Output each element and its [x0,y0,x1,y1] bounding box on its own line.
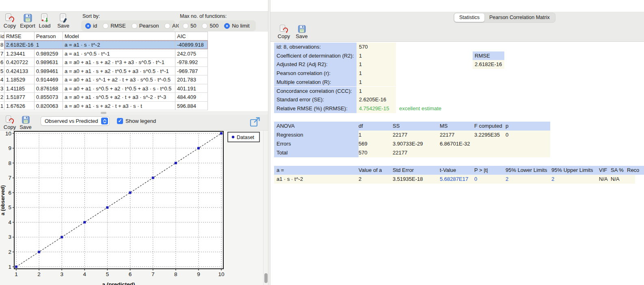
cell-id: 2 [0,93,4,101]
panel-splitter[interactable] [0,111,268,115]
coef-header: 95% Upper Limits [551,166,599,175]
cell-pearson: 0.876168 [35,84,63,93]
stat-row: Coefficient of determination (R2): 1 RMS… [274,51,644,60]
max-radio-no-limit[interactable]: No limit [224,23,249,29]
load-button[interactable]: Load [35,13,54,28]
svg-text:2: 2 [8,249,11,255]
cell-rmse: 0.420722 [4,58,35,66]
cell-rmse: 2.6182E-16 [4,41,35,49]
coef-p: 0 [474,175,506,184]
coef-value: 2 [359,175,393,184]
left-scrollbar[interactable] [263,131,268,285]
cell-pearson: 0.914469 [35,75,63,84]
sort-radio-id[interactable]: id [85,23,97,29]
anova-row: Total 570 22177 [274,148,550,157]
radio-selected-icon [85,23,91,29]
stats-toolbar: Statistics Pearson Correlation Matrix Co… [270,12,644,42]
max-option-label: No limit [232,23,249,29]
col-header-id[interactable]: id [0,32,4,40]
save-button[interactable]: Save [54,13,73,28]
table-row[interactable]: 7 1.23441 0.989259 a = a1 · s^0.5 · t^-1… [0,49,208,58]
stat-label: Adjusted R2 (Adj R2): [274,60,357,69]
cell-model: a = a0 + a1 · s + a2 · t + a3 · s · t [63,102,175,110]
radio-icon [103,23,108,29]
radio-icon [132,23,137,29]
svg-text:3: 3 [60,271,63,277]
cell-aic: -40899.918 [175,41,208,49]
stat-row: Multiple correlation (R): 1 [274,78,644,87]
col-header-pearson[interactable]: Pearson [35,32,63,40]
max-radio-500[interactable]: 500 [202,23,218,29]
floppy-disk-icon [18,13,37,23]
table-row[interactable]: 5 0.424133 0.989461 a = a0 + a1 · s + a2… [0,67,208,76]
cell-aic: -969.787 [175,67,208,75]
copy-button[interactable]: Copy [0,13,19,28]
max-functions-group: 50 500 No limit [179,20,256,31]
show-legend-checkbox[interactable]: ✓ [117,118,123,124]
view-mode-select[interactable]: Observed vs Predicted [41,116,110,126]
sort-option-label: Pearson [139,23,159,29]
estimate-quality-note: excellent estimate [396,104,441,113]
table-row[interactable]: 3 1.41185 0.876168 a = a0 + a1 · s^0.5 +… [0,84,208,93]
stat-label: Multiple correlation (R): [274,78,357,87]
tab-pearson-correlation-matrix[interactable]: Pearson Correlation Matrix [484,13,555,22]
anova-f [474,139,506,148]
sort-radio-rmse[interactable]: RMSE [103,23,126,29]
save-label: Save [54,23,73,28]
tab-statistics[interactable]: Statistics [454,13,484,22]
stat-label: id: 8, observations: [274,43,357,51]
app-window: a = a1 · s · t^-2 Copy Export Load Save … [0,0,644,285]
coef-sa: N/A [611,175,627,184]
max-radio-50[interactable]: 50 [183,23,196,29]
col-header-aic[interactable]: AIC [175,32,208,40]
stat-label: Coefficient of determination (R2): [274,51,357,60]
cell-id: 3 [0,84,4,93]
table-row[interactable]: 6 0.420722 0.989631 a = a0 + a1 · s + a2… [0,58,208,67]
anova-ss: 3.90733E-29 [393,139,440,148]
scrollbar-thumb[interactable] [264,273,268,283]
svg-text:4: 4 [83,271,86,277]
plot-save-button[interactable]: Save [16,115,35,130]
anova-row: Errors 569 3.90733E-29 6.86701E-32 [274,139,550,148]
floppy-disk-icon [292,24,311,34]
cell-rmse: 1.18529 [4,75,35,84]
cell-rmse: 0.424133 [4,67,35,75]
cell-id: 6 [0,58,4,66]
stat-value: 1 [357,69,396,78]
cell-pearson: 1 [35,41,63,49]
rmse-header-cell: RMSE [473,51,504,60]
anova-df: 570 [359,148,393,157]
cell-pearson: 0.989631 [35,58,63,66]
expand-icon [249,116,261,128]
export-button[interactable]: Export [18,13,37,28]
table-row[interactable]: 8 2.6182E-16 1 a = a1 · s · t^-2 -40899.… [0,41,208,49]
cell-model: a = a0 + a1 · s^0.5 + a2 · t + a3 · s^-2… [63,93,175,101]
col-header-model[interactable]: Model [63,32,175,40]
coef-upper-limit: 2 [551,175,599,184]
cell-aic: 596.884 [175,102,208,110]
sort-radio-pearson[interactable]: Pearson [132,23,159,29]
table-row[interactable]: 4 1.18529 0.914469 a = a0 + a1 · s^-1 + … [0,75,208,84]
plot-toolbar: Copy Save Observed vs Predicted ✓ Show l… [0,115,268,131]
stats-copy-button[interactable]: Copy [274,24,293,39]
legend-series-label: Dataset [237,135,255,140]
col-header-rmse[interactable]: RMSE [4,32,35,40]
coef-header: VIF [599,166,611,175]
svg-text:9: 9 [197,271,200,277]
table-row[interactable]: 1 1.67626 0.820063 a = a0 + a1 · s + a2 … [0,102,208,111]
svg-text:6: 6 [8,190,11,196]
results-toolbar: Copy Export Load Save Sort by: id [0,11,268,32]
svg-text:3: 3 [8,234,11,240]
open-in-window-button[interactable] [249,116,261,128]
stats-save-button[interactable]: Save [292,24,311,39]
table-row[interactable]: 2 1.51877 0.855073 a = a0 + a1 · s^0.5 +… [0,93,208,102]
anova-p: 0 [506,131,550,139]
svg-text:8: 8 [174,271,177,277]
anova-header: p [506,122,550,131]
cell-pearson: 0.855073 [35,93,63,101]
svg-text:10: 10 [5,131,11,137]
stat-value: 1 [357,87,396,96]
show-legend-label: Show legend [125,118,156,124]
rmse-value-cell: 2.6182E-16 [473,60,504,69]
cell-rmse: 1.51877 [4,93,35,101]
